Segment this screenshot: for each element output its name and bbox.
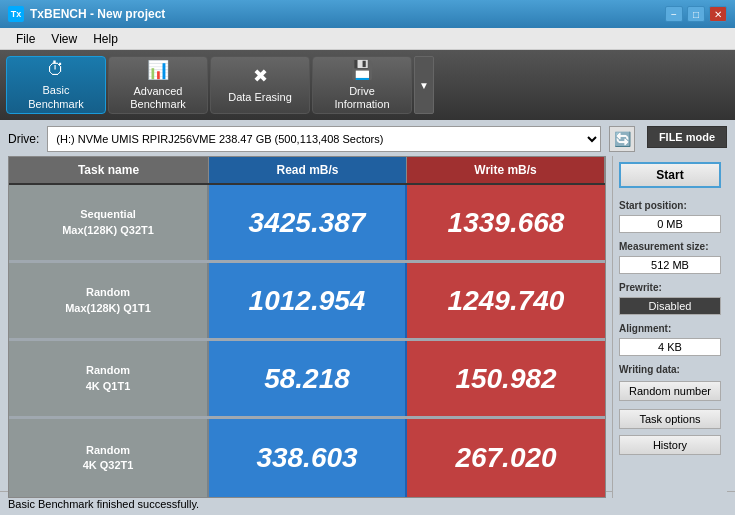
row-2-read: 1012.954 <box>209 263 407 338</box>
drive-refresh-button[interactable]: 🔄 <box>609 126 635 152</box>
row-2-write: 1249.740 <box>407 263 605 338</box>
title-controls: − □ ✕ <box>665 6 727 22</box>
drive-information-label: DriveInformation <box>334 85 389 111</box>
menu-help[interactable]: Help <box>85 30 126 48</box>
toolbar-advanced-benchmark[interactable]: 📊 AdvancedBenchmark <box>108 56 208 114</box>
menu-view[interactable]: View <box>43 30 85 48</box>
close-button[interactable]: ✕ <box>709 6 727 22</box>
writing-data-button[interactable]: Random number <box>619 381 721 401</box>
window-title: TxBENCH - New project <box>30 7 165 21</box>
title-left: Tx TxBENCH - New project <box>8 6 165 22</box>
sidebar: Start Start position: 0 MB Measurement s… <box>612 156 727 498</box>
app-icon: Tx <box>8 6 24 22</box>
task-options-button[interactable]: Task options <box>619 409 721 429</box>
table-header: Task name Read mB/s Write mB/s <box>9 157 605 185</box>
table-row: Random4K Q32T1 338.603 267.020 <box>9 419 605 497</box>
start-position-label: Start position: <box>619 200 721 211</box>
row-2-name: RandomMax(128K) Q1T1 <box>9 263 209 338</box>
toolbar-basic-benchmark[interactable]: ⏱ BasicBenchmark <box>6 56 106 114</box>
table-row: Random4K Q1T1 58.218 150.982 <box>9 341 605 419</box>
advanced-benchmark-icon: 📊 <box>147 59 169 81</box>
toolbar-more-arrow[interactable]: ▼ <box>414 56 434 114</box>
maximize-button[interactable]: □ <box>687 6 705 22</box>
file-mode-button[interactable]: FILE mode <box>647 126 727 148</box>
title-bar: Tx TxBENCH - New project − □ ✕ <box>0 0 735 28</box>
row-4-write: 267.020 <box>407 419 605 497</box>
menu-bar: File View Help <box>0 28 735 50</box>
start-button[interactable]: Start <box>619 162 721 188</box>
prewrite-label: Prewrite: <box>619 282 721 293</box>
measurement-size-label: Measurement size: <box>619 241 721 252</box>
advanced-benchmark-label: AdvancedBenchmark <box>130 85 186 111</box>
benchmark-table: Task name Read mB/s Write mB/s Sequentia… <box>8 156 606 498</box>
col-read: Read mB/s <box>209 157 407 183</box>
measurement-size-value: 512 MB <box>619 256 721 274</box>
toolbar: ⏱ BasicBenchmark 📊 AdvancedBenchmark ✖ D… <box>0 50 735 120</box>
col-task-name: Task name <box>9 157 209 183</box>
drive-information-icon: 💾 <box>351 59 373 81</box>
row-1-name: SequentialMax(128K) Q32T1 <box>9 185 209 260</box>
drive-label: Drive: <box>8 132 39 146</box>
drive-row: Drive: (H:) NVMe UMIS RPIRJ256VME 238.47… <box>0 120 735 156</box>
status-text: Basic Benchmark finished successfully. <box>8 498 199 510</box>
basic-benchmark-label: BasicBenchmark <box>28 84 84 110</box>
writing-data-label: Writing data: <box>619 364 721 375</box>
row-3-write: 150.982 <box>407 341 605 416</box>
table-row: SequentialMax(128K) Q32T1 3425.387 1339.… <box>9 185 605 263</box>
basic-benchmark-icon: ⏱ <box>47 59 65 80</box>
minimize-button[interactable]: − <box>665 6 683 22</box>
toolbar-drive-information[interactable]: 💾 DriveInformation <box>312 56 412 114</box>
alignment-value: 4 KB <box>619 338 721 356</box>
row-1-write: 1339.668 <box>407 185 605 260</box>
row-4-read: 338.603 <box>209 419 407 497</box>
prewrite-value: Disabled <box>619 297 721 315</box>
history-button[interactable]: History <box>619 435 721 455</box>
row-1-read: 3425.387 <box>209 185 407 260</box>
data-erasing-icon: ✖ <box>253 65 268 87</box>
start-position-value: 0 MB <box>619 215 721 233</box>
row-3-name: Random4K Q1T1 <box>9 341 209 416</box>
data-erasing-label: Data Erasing <box>228 91 292 104</box>
table-row: RandomMax(128K) Q1T1 1012.954 1249.740 <box>9 263 605 341</box>
menu-file[interactable]: File <box>8 30 43 48</box>
toolbar-data-erasing[interactable]: ✖ Data Erasing <box>210 56 310 114</box>
row-4-name: Random4K Q32T1 <box>9 419 209 497</box>
alignment-label: Alignment: <box>619 323 721 334</box>
drive-select[interactable]: (H:) NVMe UMIS RPIRJ256VME 238.47 GB (50… <box>47 126 601 152</box>
row-3-read: 58.218 <box>209 341 407 416</box>
col-write: Write mB/s <box>407 157 605 183</box>
